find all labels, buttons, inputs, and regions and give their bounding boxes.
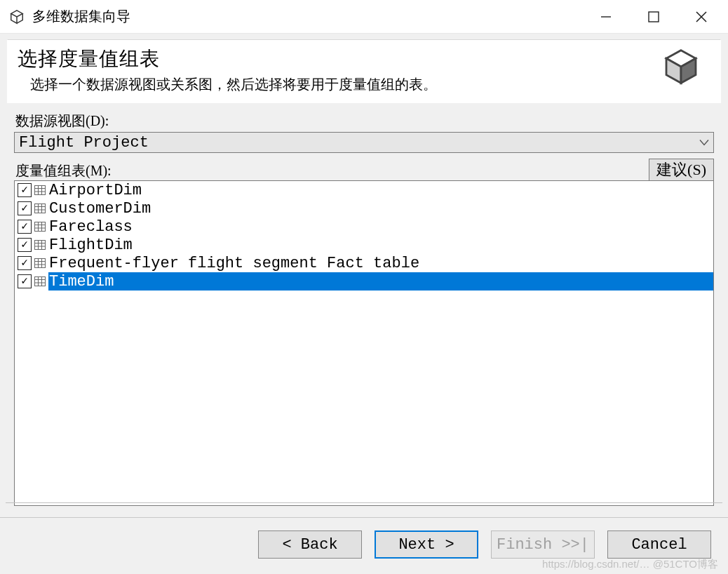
wizard-content: 数据源视图(D): Flight Project 度量值组表(M): 建议(S)…	[0, 103, 728, 506]
window-title: 多维数据集向导	[32, 7, 130, 26]
list-item[interactable]: ✓CustomerDim	[15, 199, 713, 218]
checkbox[interactable]: ✓	[18, 220, 32, 234]
list-item-label: TimeDim	[48, 272, 713, 291]
list-item[interactable]: ✓TimeDim	[15, 272, 713, 291]
checkbox[interactable]: ✓	[18, 201, 32, 215]
svg-rect-24	[35, 259, 46, 268]
list-item[interactable]: ✓Fareclass	[15, 218, 713, 236]
svg-rect-1	[649, 12, 659, 22]
list-item-label: CustomerDim	[48, 199, 713, 218]
maximize-button[interactable]	[630, 1, 678, 32]
list-item-label: Fareclass	[48, 218, 713, 236]
list-item[interactable]: ✓Frequent-flyer flight segment Fact tabl…	[15, 254, 713, 272]
svg-rect-9	[35, 204, 46, 213]
table-icon	[34, 222, 46, 232]
table-icon	[34, 276, 46, 286]
dsv-value: Flight Project	[19, 134, 149, 152]
checkbox[interactable]: ✓	[18, 274, 32, 288]
table-icon	[34, 258, 46, 268]
back-button[interactable]: < Back	[258, 530, 362, 559]
table-icon	[34, 185, 46, 195]
list-item-label: Frequent-flyer flight segment Fact table	[48, 254, 713, 272]
minimize-button[interactable]	[582, 1, 630, 32]
title-bar: 多维数据集向导	[0, 0, 728, 34]
measure-tables-listbox[interactable]: ✓AirportDim✓CustomerDim✓Fareclass✓Flight…	[14, 180, 714, 506]
chevron-down-icon	[699, 134, 709, 152]
footer-separator	[6, 502, 722, 503]
wizard-header: 选择度量值组表 选择一个数据源视图或关系图，然后选择将要用于度量值组的表。	[7, 39, 721, 103]
next-button[interactable]: Next >	[375, 530, 478, 559]
list-item-label: FlightDim	[48, 236, 713, 254]
table-icon	[34, 240, 46, 250]
svg-rect-29	[35, 277, 46, 286]
page-subheading: 选择一个数据源视图或关系图，然后选择将要用于度量值组的表。	[30, 75, 661, 94]
svg-rect-14	[35, 222, 46, 232]
list-item-label: AirportDim	[48, 181, 713, 199]
list-item[interactable]: ✓FlightDim	[15, 236, 713, 254]
cancel-button[interactable]: Cancel	[607, 530, 711, 559]
svg-rect-4	[35, 186, 46, 195]
watermark: https://blog.csdn.net/… @51CTO博客	[542, 558, 718, 571]
page-heading: 选择度量值组表	[18, 46, 661, 72]
list-item[interactable]: ✓AirportDim	[15, 181, 713, 199]
suggest-button[interactable]: 建议(S)	[649, 159, 714, 181]
table-icon	[34, 203, 46, 213]
finish-button: Finish >>|	[491, 530, 595, 559]
measure-label: 度量值组表(M):	[14, 159, 649, 180]
dsv-combobox[interactable]: Flight Project	[14, 132, 714, 153]
svg-rect-19	[35, 241, 46, 250]
checkbox[interactable]: ✓	[18, 238, 32, 252]
dsv-label: 数据源视图(D):	[14, 112, 109, 131]
checkbox[interactable]: ✓	[18, 256, 32, 270]
cube-icon	[7, 7, 27, 27]
cube-large-icon	[661, 47, 703, 89]
checkbox[interactable]: ✓	[18, 183, 32, 197]
dsv-label-row: 数据源视图(D):	[14, 112, 714, 131]
close-button[interactable]	[678, 1, 725, 32]
